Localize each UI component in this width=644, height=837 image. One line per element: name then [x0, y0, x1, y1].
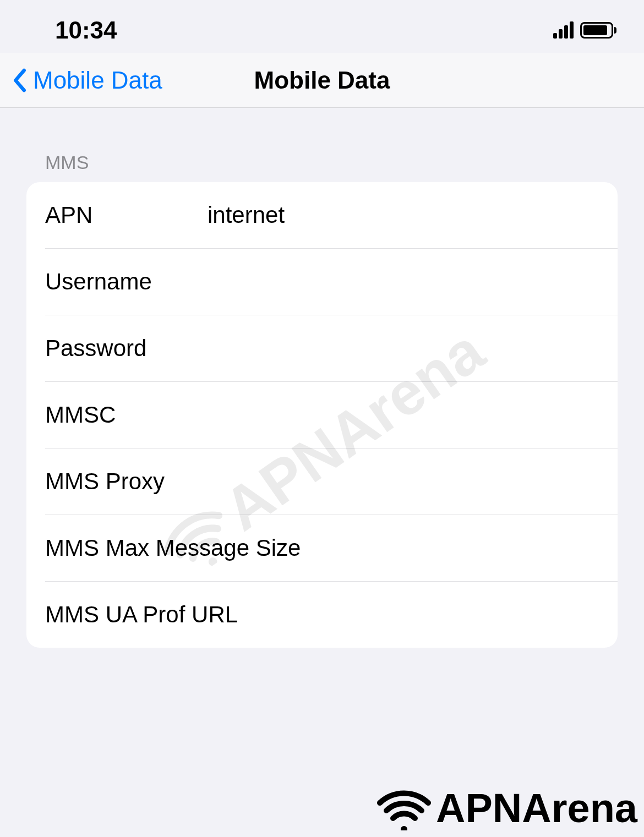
input-mmsc[interactable]: [208, 402, 599, 428]
input-username[interactable]: [208, 269, 599, 295]
wifi-icon: [376, 786, 432, 830]
input-mms-proxy[interactable]: [208, 468, 599, 495]
brand-text: APNArena: [436, 785, 637, 831]
section-header-mms: MMS: [45, 152, 618, 173]
back-button[interactable]: Mobile Data: [0, 67, 162, 94]
chevron-left-icon: [12, 68, 28, 92]
input-mms-ua[interactable]: [238, 601, 599, 628]
battery-icon: [580, 22, 616, 39]
row-mms-max[interactable]: MMS Max Message Size: [26, 515, 618, 581]
back-label: Mobile Data: [33, 67, 162, 94]
label-mmsc: MMSC: [45, 402, 208, 428]
input-mms-max[interactable]: [301, 535, 599, 561]
row-mms-proxy[interactable]: MMS Proxy: [26, 448, 618, 515]
label-username: Username: [45, 269, 208, 295]
page-title: Mobile Data: [254, 67, 390, 94]
status-indicators: [553, 22, 616, 39]
brand-logo: APNArena: [376, 785, 637, 831]
row-mms-ua[interactable]: MMS UA Prof URL: [26, 582, 618, 648]
content: MMS APN Username Password MMSC MMS Proxy: [0, 152, 644, 648]
label-mms-max: MMS Max Message Size: [45, 535, 301, 561]
row-apn[interactable]: APN: [26, 182, 618, 248]
row-username[interactable]: Username: [26, 249, 618, 315]
row-mmsc[interactable]: MMSC: [26, 382, 618, 448]
status-bar: 10:34: [0, 0, 644, 53]
status-time: 10:34: [55, 17, 117, 44]
label-apn: APN: [45, 202, 208, 228]
navigation-bar: Mobile Data Mobile Data: [0, 53, 644, 108]
input-apn[interactable]: [208, 202, 599, 228]
label-mms-proxy: MMS Proxy: [45, 468, 208, 495]
cellular-signal-icon: [553, 22, 574, 39]
label-password: Password: [45, 335, 208, 362]
label-mms-ua: MMS UA Prof URL: [45, 601, 238, 628]
input-password[interactable]: [208, 335, 599, 362]
settings-group-mms: APN Username Password MMSC MMS Proxy MMS…: [26, 182, 618, 648]
row-password[interactable]: Password: [26, 315, 618, 381]
